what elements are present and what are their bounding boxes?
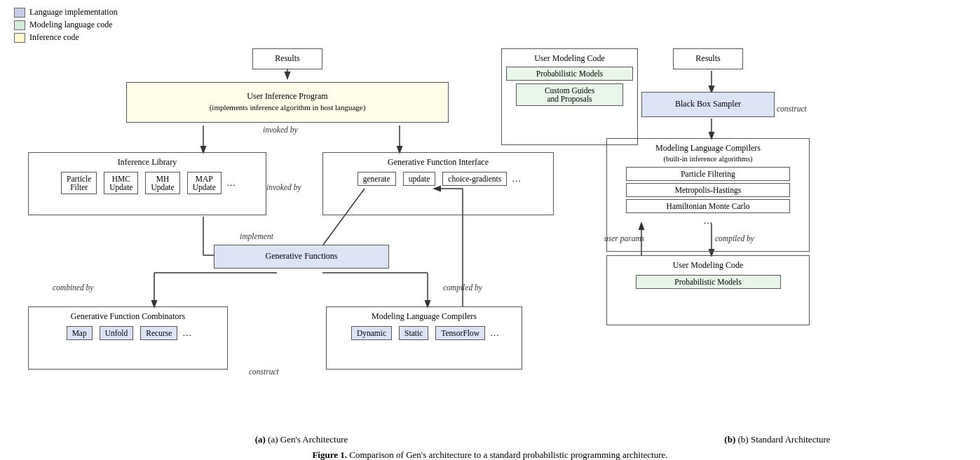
gen-func-interface-title: Generative Function Interface: [327, 157, 549, 168]
inference-lib-title: Inference Library: [33, 157, 261, 168]
gen-func-combinators-title: Generative Function Combinators: [33, 311, 223, 322]
gen-func-combinators-items: Map Unfold Recurse …: [33, 325, 223, 341]
std-user-modeling-code-box: User Modeling Code Probabilistic Models: [606, 255, 810, 325]
legend: Language implementation Modeling languag…: [14, 7, 966, 43]
diagrams-row: Results User Inference Program(implement…: [14, 48, 966, 427]
gen-functions-box: Generative Functions: [214, 245, 389, 269]
invoked-by-label-1: invoked by: [263, 126, 298, 134]
user-params-label: user params: [604, 234, 644, 243]
captions-row: (a) (a) Gen's Architecture (b) (b) Stand…: [14, 434, 966, 445]
gfi-ellipsis: …: [512, 173, 521, 184]
generate-box: generate: [358, 172, 396, 186]
gen-func-combinators-box: Generative Function Combinators Map Unfo…: [28, 306, 228, 370]
user-inference-box: User Inference Program(implements infere…: [126, 82, 449, 123]
modeling-lang-compilers-box-left: Modeling Language Compilers Dynamic Stat…: [326, 306, 522, 370]
metropolis-hastings-box: Metropolis-Hastings: [626, 183, 791, 197]
particle-filter-box: ParticleFilter: [61, 172, 97, 194]
tensorflow-box: TensorFlow: [435, 326, 485, 340]
fig-caption-text: Comparison of Gen's architecture to a st…: [349, 449, 667, 460]
invoked-by-label-2: invoked by: [266, 183, 301, 191]
std-results-label: Results: [695, 53, 720, 65]
caption-b-text: (b) Standard Architecture: [738, 434, 831, 445]
choice-gradients-box: choice-gradients: [442, 172, 507, 186]
fig-caption: Figure 1. Comparison of Gen's architectu…: [14, 449, 966, 460]
legend-color-green: [14, 20, 25, 30]
legend-item-blue: Language implementation: [14, 7, 966, 18]
implement-label: implement: [240, 232, 273, 241]
legend-label-green: Modeling language code: [29, 20, 113, 30]
caption-a-text: (a) Gen's Architecture: [268, 434, 348, 445]
construct-label: construct: [249, 367, 279, 376]
caption-a-label: (a): [255, 434, 266, 445]
modeling-lang-compilers-items: Dynamic Static TensorFlow …: [331, 325, 517, 341]
static-box: Static: [399, 326, 428, 340]
fig-caption-bold: Figure 1.: [312, 449, 347, 460]
compilers-ellipsis: …: [490, 327, 499, 339]
user-inference-label: User Inference Program(implements infere…: [210, 91, 366, 113]
compiled-by-label: compiled by: [443, 283, 482, 292]
particle-filtering-wrapper: Particle Filtering Metropolis-Hastings H…: [611, 167, 805, 226]
inference-lib-box: Inference Library ParticleFilter HMCUpda…: [28, 152, 266, 215]
black-box-sampler-box: Black Box Sampler: [641, 92, 775, 117]
results-box: Results: [252, 48, 322, 69]
caption-left: (a) (a) Gen's Architecture: [14, 434, 589, 445]
caption-b-label: (b): [724, 434, 735, 445]
hamiltonian-mc-box: Hamiltonian Monte Carlo: [626, 199, 791, 213]
map-update-box: MAPUpdate: [187, 172, 222, 194]
map-box: Map: [67, 326, 93, 340]
inference-lib-ellipsis: …: [226, 177, 236, 189]
black-box-sampler-label: Black Box Sampler: [675, 99, 741, 110]
standard-diagram: Results Black Box Sampler construct Mode…: [603, 48, 966, 427]
caption-right: (b) (b) Standard Architecture: [589, 434, 966, 445]
legend-color-yellow: [14, 33, 25, 43]
legend-label-blue: Language implementation: [29, 7, 118, 18]
gen-diagram: Results User Inference Program(implement…: [14, 48, 589, 427]
modeling-lang-compilers-title-left: Modeling Language Compilers: [331, 311, 517, 322]
combinators-ellipsis: …: [182, 327, 191, 339]
unfold-box: Unfold: [100, 326, 134, 340]
main-container: Language implementation Modeling languag…: [0, 0, 980, 460]
legend-item-yellow: Inference code: [14, 32, 966, 43]
legend-label-yellow: Inference code: [29, 32, 79, 43]
modeling-lang-compilers-title-right: Modeling Language Compilers(built-in inf…: [611, 143, 805, 164]
std-construct-label: construct: [777, 104, 807, 113]
inference-lib-items: ParticleFilter HMCUpdate MHUpdate MAPUpd…: [33, 170, 261, 196]
std-probabilistic-models-box: Probabilistic Models: [636, 275, 781, 289]
std-results-box: Results: [673, 48, 743, 69]
gen-functions-label: Generative Functions: [266, 251, 338, 262]
legend-item-green: Modeling language code: [14, 20, 966, 30]
gen-func-interface-items: generate update choice-gradients …: [327, 170, 549, 187]
std-user-modeling-code-title: User Modeling Code: [611, 260, 805, 271]
legend-color-blue: [14, 8, 25, 18]
hmc-update-box: HMCUpdate: [104, 172, 138, 194]
update-box: update: [403, 172, 436, 186]
dynamic-box: Dynamic: [351, 326, 392, 340]
gen-func-interface-box: Generative Function Interface generate u…: [322, 152, 554, 215]
combined-by-label: combined by: [53, 283, 93, 292]
results-label: Results: [275, 53, 299, 65]
particle-filtering-box: Particle Filtering: [626, 167, 791, 181]
std-compiled-by-label: compiled by: [715, 234, 754, 243]
recurse-box: Recurse: [140, 326, 177, 340]
std-ellipsis: …: [611, 215, 805, 226]
mh-update-box: MHUpdate: [145, 172, 179, 194]
